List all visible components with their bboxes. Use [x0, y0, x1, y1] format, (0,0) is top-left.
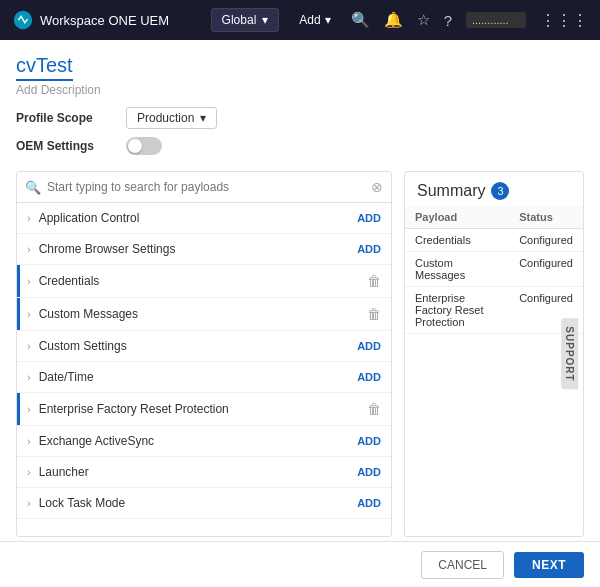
- profile-scope-label: Profile Scope: [16, 111, 126, 125]
- chevron-right-icon: ›: [27, 212, 31, 224]
- list-item[interactable]: ›Chrome Browser SettingsADD: [17, 234, 391, 265]
- chevron-right-icon: ›: [27, 466, 31, 478]
- profile-scope-row: Profile Scope Production ▾: [16, 107, 584, 129]
- help-icon[interactable]: ?: [444, 12, 452, 29]
- summary-title: Summary: [417, 182, 485, 200]
- payload-list-panel: 🔍 ⊗ ›Application ControlADD›Chrome Brows…: [16, 171, 392, 537]
- toggle-knob: [128, 139, 142, 153]
- chevron-right-icon: ›: [27, 308, 31, 320]
- summary-badge: 3: [491, 182, 509, 200]
- delete-payload-icon[interactable]: 🗑: [367, 273, 381, 289]
- add-payload-link[interactable]: ADD: [357, 340, 381, 352]
- summary-payload-name: Credentials: [405, 229, 509, 252]
- support-tab[interactable]: SUPPORT: [561, 318, 578, 389]
- col-status-header: Status: [509, 206, 583, 229]
- search-bar: 🔍 ⊗: [17, 172, 391, 203]
- table-row: Enterprise Factory Reset ProtectionConfi…: [405, 287, 583, 334]
- app-name: Workspace ONE UEM: [40, 13, 169, 28]
- summary-header: Summary 3: [405, 172, 583, 206]
- add-payload-link[interactable]: ADD: [357, 466, 381, 478]
- summary-panel: Summary 3 Payload Status CredentialsConf…: [404, 171, 584, 537]
- add-payload-link[interactable]: ADD: [357, 497, 381, 509]
- delete-payload-icon[interactable]: 🗑: [367, 401, 381, 417]
- page-title: cvTest: [16, 54, 73, 81]
- payload-name: Application Control: [39, 211, 357, 225]
- notifications-icon[interactable]: 🔔: [384, 11, 403, 29]
- search-icon[interactable]: 🔍: [351, 11, 370, 29]
- add-payload-link[interactable]: ADD: [357, 212, 381, 224]
- add-payload-link[interactable]: ADD: [357, 243, 381, 255]
- chevron-right-icon: ›: [27, 243, 31, 255]
- payload-name: Chrome Browser Settings: [39, 242, 357, 256]
- list-item[interactable]: ›Custom Messages🗑: [17, 298, 391, 331]
- footer: CANCEL NEXT: [0, 541, 600, 587]
- add-label: Add: [299, 13, 320, 27]
- list-item[interactable]: ›Enterprise Factory Reset Protection🗑: [17, 393, 391, 426]
- nav-icons: 🔍 🔔 ☆ ? ............ ⋮⋮⋮: [351, 11, 588, 30]
- payload-name: Enterprise Factory Reset Protection: [39, 402, 367, 416]
- profile-scope-value: Production: [137, 111, 194, 125]
- grid-icon[interactable]: ⋮⋮⋮: [540, 11, 588, 30]
- search-icon: 🔍: [25, 180, 41, 195]
- chevron-right-icon: ›: [27, 435, 31, 447]
- table-row: Custom MessagesConfigured: [405, 252, 583, 287]
- user-name: ............: [466, 12, 526, 28]
- payload-name: Credentials: [39, 274, 367, 288]
- cancel-button[interactable]: CANCEL: [421, 551, 504, 579]
- payload-name: Launcher: [39, 465, 357, 479]
- payload-name: Custom Messages: [39, 307, 367, 321]
- next-button[interactable]: NEXT: [514, 552, 584, 578]
- chevron-right-icon: ›: [27, 403, 31, 415]
- summary-payload-status: Configured: [509, 229, 583, 252]
- chevron-right-icon: ›: [27, 371, 31, 383]
- summary-payload-name: Enterprise Factory Reset Protection: [405, 287, 509, 334]
- payload-name: Lock Task Mode: [39, 496, 357, 510]
- chevron-right-icon: ›: [27, 340, 31, 352]
- summary-payload-name: Custom Messages: [405, 252, 509, 287]
- payload-name: Date/Time: [39, 370, 357, 384]
- search-clear-icon[interactable]: ⊗: [371, 179, 383, 195]
- app-logo: Workspace ONE UEM: [12, 9, 169, 31]
- chevron-down-icon: ▾: [200, 111, 206, 125]
- list-item[interactable]: ›Custom SettingsADD: [17, 331, 391, 362]
- list-item[interactable]: ›Credentials🗑: [17, 265, 391, 298]
- main-panels: 🔍 ⊗ ›Application ControlADD›Chrome Brows…: [16, 171, 584, 587]
- payload-name: Custom Settings: [39, 339, 357, 353]
- page-title-section: cvTest: [16, 54, 584, 83]
- payload-name: Exchange ActiveSync: [39, 434, 357, 448]
- add-payload-link[interactable]: ADD: [357, 435, 381, 447]
- global-label: Global: [222, 13, 257, 27]
- oem-settings-toggle[interactable]: [126, 137, 162, 155]
- add-description[interactable]: Add Description: [16, 83, 584, 97]
- chevron-down-icon: ▾: [325, 13, 331, 27]
- oem-settings-row: OEM Settings: [16, 137, 584, 155]
- search-input[interactable]: [47, 180, 365, 194]
- payload-list: ›Application ControlADD›Chrome Browser S…: [17, 203, 391, 536]
- chevron-down-icon: ▾: [262, 13, 268, 27]
- add-payload-link[interactable]: ADD: [357, 371, 381, 383]
- star-icon[interactable]: ☆: [417, 11, 430, 29]
- chevron-right-icon: ›: [27, 275, 31, 287]
- chevron-right-icon: ›: [27, 497, 31, 509]
- summary-table: Payload Status CredentialsConfiguredCust…: [405, 206, 583, 334]
- profile-scope-dropdown[interactable]: Production ▾: [126, 107, 217, 129]
- global-dropdown[interactable]: Global ▾: [211, 8, 280, 32]
- list-item[interactable]: ›Lock Task ModeADD: [17, 488, 391, 519]
- add-button[interactable]: Add ▾: [289, 9, 340, 31]
- list-item[interactable]: ›Application ControlADD: [17, 203, 391, 234]
- oem-settings-label: OEM Settings: [16, 139, 126, 153]
- table-row: CredentialsConfigured: [405, 229, 583, 252]
- page-content: cvTest Add Description Profile Scope Pro…: [0, 40, 600, 587]
- list-item[interactable]: ›Exchange ActiveSyncADD: [17, 426, 391, 457]
- list-item[interactable]: ›LauncherADD: [17, 457, 391, 488]
- list-item[interactable]: ›Date/TimeADD: [17, 362, 391, 393]
- delete-payload-icon[interactable]: 🗑: [367, 306, 381, 322]
- summary-payload-status: Configured: [509, 252, 583, 287]
- top-navigation: Workspace ONE UEM Global ▾ Add ▾ 🔍 🔔 ☆ ?…: [0, 0, 600, 40]
- col-payload-header: Payload: [405, 206, 509, 229]
